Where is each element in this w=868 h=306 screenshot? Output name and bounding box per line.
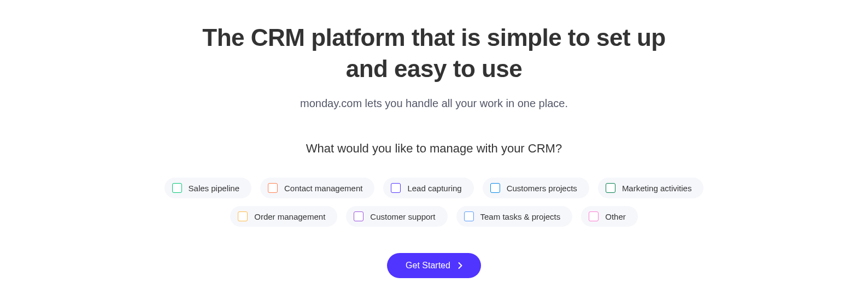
checkbox-icon	[172, 183, 182, 193]
option-customer-support[interactable]: Customer support	[346, 206, 447, 227]
option-order-management[interactable]: Order management	[230, 206, 337, 227]
checkbox-icon	[391, 183, 401, 193]
get-started-button[interactable]: Get Started	[387, 253, 481, 278]
options-row-1: Sales pipeline Contact management Lead c…	[165, 178, 704, 198]
checkbox-icon	[589, 211, 599, 221]
checkbox-icon	[464, 211, 474, 221]
arrow-right-icon	[458, 262, 462, 269]
option-label: Order management	[254, 212, 325, 221]
option-label: Marketing activities	[622, 184, 692, 193]
option-label: Lead capturing	[407, 184, 461, 193]
option-team-tasks-projects[interactable]: Team tasks & projects	[456, 206, 573, 227]
option-label: Sales pipeline	[189, 184, 239, 193]
cta-label: Get Started	[406, 261, 450, 270]
checkbox-icon	[606, 183, 615, 193]
options-container: Sales pipeline Contact management Lead c…	[165, 178, 704, 227]
option-lead-capturing[interactable]: Lead capturing	[383, 178, 473, 198]
checkbox-icon	[354, 211, 363, 221]
option-customers-projects[interactable]: Customers projects	[483, 178, 589, 198]
option-marketing-activities[interactable]: Marketing activities	[598, 178, 704, 198]
checkbox-icon	[268, 183, 278, 193]
option-label: Other	[605, 212, 626, 221]
checkbox-icon	[490, 183, 500, 193]
option-label: Customer support	[370, 212, 435, 221]
option-other[interactable]: Other	[581, 206, 638, 227]
option-label: Customers projects	[507, 184, 577, 193]
option-sales-pipeline[interactable]: Sales pipeline	[165, 178, 251, 198]
option-label: Team tasks & projects	[480, 212, 561, 221]
page-headline: The CRM platform that is simple to set u…	[188, 22, 680, 84]
page-subheadline: monday.com lets you handle all your work…	[300, 97, 568, 110]
option-label: Contact management	[284, 184, 362, 193]
question-prompt: What would you like to manage with your …	[306, 142, 562, 156]
checkbox-icon	[238, 211, 248, 221]
options-row-2: Order management Customer support Team t…	[230, 206, 638, 227]
option-contact-management[interactable]: Contact management	[260, 178, 374, 198]
